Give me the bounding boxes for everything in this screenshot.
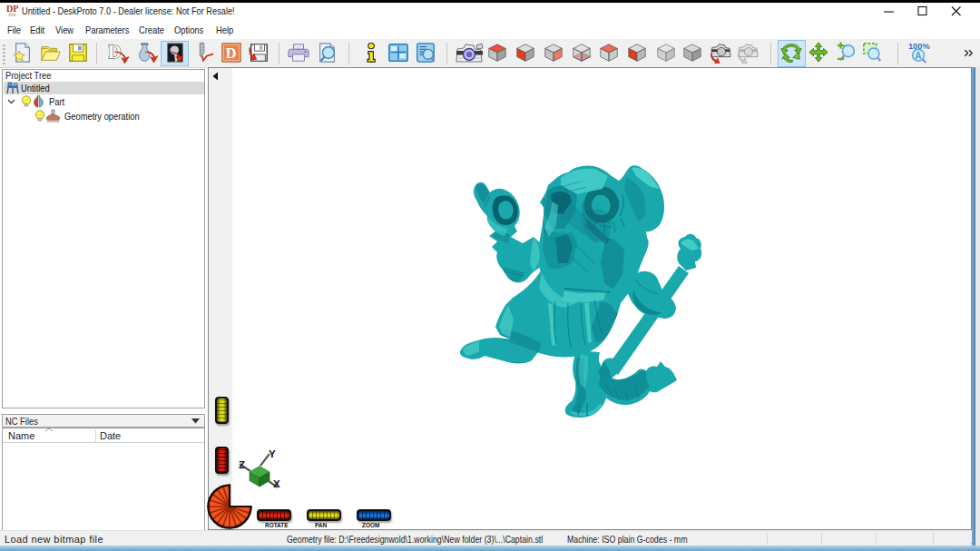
svg-text:D: D xyxy=(226,44,237,62)
svg-text:D: D xyxy=(108,42,122,62)
svg-text:A: A xyxy=(915,51,922,61)
svg-text:Xtra: Xtra xyxy=(8,13,16,17)
